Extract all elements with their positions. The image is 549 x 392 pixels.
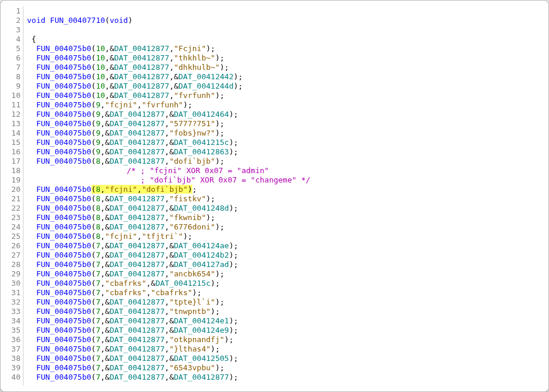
line-number: 28: [1, 260, 21, 269]
code-line[interactable]: FUN_004075b0(7,&DAT_00412877,"tpte}l`i")…: [27, 298, 543, 307]
line-number: 3: [1, 25, 21, 35]
line-number: 26: [1, 241, 21, 251]
code-line[interactable]: FUN_004075b0(8,"fcjni","dofi`bjb");: [27, 185, 543, 194]
line-number: 38: [1, 354, 21, 363]
code-line[interactable]: FUN_004075b0(7,&DAT_00412877,&DAT_004124…: [27, 241, 543, 251]
code-line[interactable]: void FUN_00407710(void): [27, 16, 543, 25]
code-line[interactable]: FUN_004075b0(7,"cbafrks",&DAT_0041215c);: [27, 279, 543, 288]
code-line[interactable]: [27, 6, 543, 16]
line-number: 6: [1, 53, 21, 63]
code-line[interactable]: FUN_004075b0(7,&DAT_00412877,&DAT_004125…: [27, 354, 543, 363]
code-line[interactable]: FUN_004075b0(7,&DAT_00412877,"otkpnandfj…: [27, 335, 543, 344]
line-number: 8: [1, 72, 21, 82]
code-line[interactable]: FUN_004075b0(8,&DAT_00412877,"fistkv");: [27, 194, 543, 204]
line-number: 7: [1, 63, 21, 72]
code-line[interactable]: FUN_004075b0(8,&DAT_00412877,"fkwnib");: [27, 213, 543, 222]
code-line[interactable]: FUN_004075b0(9,&DAT_00412877,"5777?751")…: [27, 119, 543, 129]
code-line[interactable]: FUN_004075b0(7,&DAT_00412877,&DAT_004128…: [27, 373, 543, 382]
code-line[interactable]: FUN_004075b0(9,&DAT_00412877,"fobs}nw?")…: [27, 129, 543, 138]
code-line[interactable]: FUN_004075b0(7,&DAT_00412877,"tnwpntb");: [27, 307, 543, 316]
code-line[interactable]: FUN_004075b0(7,&DAT_00412877,&DAT_004124…: [27, 326, 543, 335]
line-number: 29: [1, 269, 21, 279]
decompiled-code[interactable]: void FUN_00407710(void) { FUN_004075b0(1…: [23, 6, 543, 386]
code-line[interactable]: FUN_004075b0(8,&DAT_00412877,"6776doni")…: [27, 222, 543, 232]
line-number: 33: [1, 307, 21, 316]
code-line[interactable]: FUN_004075b0(8,&DAT_00412877,&DAT_004124…: [27, 204, 543, 213]
code-line[interactable]: ; "dofi`bjb" XOR 0x07 = "changeme" */: [27, 175, 543, 185]
line-number: 4: [1, 35, 21, 44]
code-line[interactable]: FUN_004075b0(7,&DAT_00412877,&DAT_004124…: [27, 251, 543, 260]
line-number: 17: [1, 157, 21, 166]
code-line[interactable]: FUN_004075b0(10,&DAT_00412877,"thkhlb~")…: [27, 53, 543, 63]
line-number: 31: [1, 288, 21, 298]
code-line[interactable]: /* ; "fcjni" XOR 0x07 = "admin": [27, 166, 543, 175]
code-line[interactable]: FUN_004075b0(7,&DAT_00412877,"}lthas4");: [27, 344, 543, 354]
line-number: 23: [1, 213, 21, 222]
line-number: 12: [1, 110, 21, 119]
line-number: 5: [1, 44, 21, 53]
code-line[interactable]: FUN_004075b0(7,&DAT_00412877,&DAT_004124…: [27, 316, 543, 326]
line-number-gutter: 1234567891011121314151617181920212223242…: [1, 6, 23, 386]
line-number: 15: [1, 138, 21, 147]
code-scroll-area[interactable]: 1234567891011121314151617181920212223242…: [1, 6, 543, 386]
line-number: 19: [1, 175, 21, 185]
line-number: 2: [1, 16, 21, 25]
code-line[interactable]: FUN_004075b0(9,&DAT_00412877,&DAT_004124…: [27, 110, 543, 119]
line-number: 27: [1, 251, 21, 260]
line-number: 16: [1, 147, 21, 157]
code-viewer-panel: 1234567891011121314151617181920212223242…: [0, 0, 549, 392]
code-line[interactable]: FUN_004075b0(7,&DAT_00412877,"ancbk654")…: [27, 269, 543, 279]
line-number: 40: [1, 373, 21, 382]
code-line[interactable]: FUN_004075b0(7,&DAT_00412877,&DAT_004127…: [27, 260, 543, 269]
code-line[interactable]: FUN_004075b0(9,&DAT_00412877,&DAT_004121…: [27, 138, 543, 147]
code-line[interactable]: FUN_004075b0(10,&DAT_00412877,&DAT_00412…: [27, 72, 543, 82]
code-line[interactable]: FUN_004075b0(9,"fcjni","fvrfunh");: [27, 100, 543, 110]
code-line[interactable]: FUN_004075b0(8,"fcjni","tfjtri`");: [27, 232, 543, 241]
code-line[interactable]: FUN_004075b0(10,&DAT_00412877,"fvrfunh")…: [27, 91, 543, 100]
line-number: 1: [1, 6, 21, 16]
line-number: 14: [1, 129, 21, 138]
line-number: 10: [1, 91, 21, 100]
code-line[interactable]: FUN_004075b0(7,"cbafrks","cbafrks");: [27, 288, 543, 298]
line-number: 34: [1, 316, 21, 326]
line-number: 11: [1, 100, 21, 110]
code-line[interactable]: FUN_004075b0(10,&DAT_00412877,&DAT_00412…: [27, 82, 543, 91]
code-line[interactable]: FUN_004075b0(9,&DAT_00412877,&DAT_004128…: [27, 147, 543, 157]
line-number: 20: [1, 185, 21, 194]
line-number: 32: [1, 298, 21, 307]
line-number: 18: [1, 166, 21, 175]
code-line[interactable]: [27, 25, 543, 35]
line-number: 39: [1, 363, 21, 373]
line-number: 36: [1, 335, 21, 344]
line-number: 30: [1, 279, 21, 288]
line-number: 13: [1, 119, 21, 129]
line-number: 25: [1, 232, 21, 241]
code-line[interactable]: FUN_004075b0(8,&DAT_00412877,"dofi`bjb")…: [27, 157, 543, 166]
line-number: 35: [1, 326, 21, 335]
line-number: 24: [1, 222, 21, 232]
code-line[interactable]: FUN_004075b0(7,&DAT_00412877,"6543vpbu")…: [27, 363, 543, 373]
code-line[interactable]: FUN_004075b0(10,&DAT_00412877,"dhkhulb~"…: [27, 63, 543, 72]
code-line[interactable]: {: [27, 35, 543, 44]
line-number: 21: [1, 194, 21, 204]
line-number: 9: [1, 82, 21, 91]
line-number: 22: [1, 204, 21, 213]
line-number: 37: [1, 344, 21, 354]
code-line[interactable]: FUN_004075b0(10,&DAT_00412877,"Fcjni");: [27, 44, 543, 53]
